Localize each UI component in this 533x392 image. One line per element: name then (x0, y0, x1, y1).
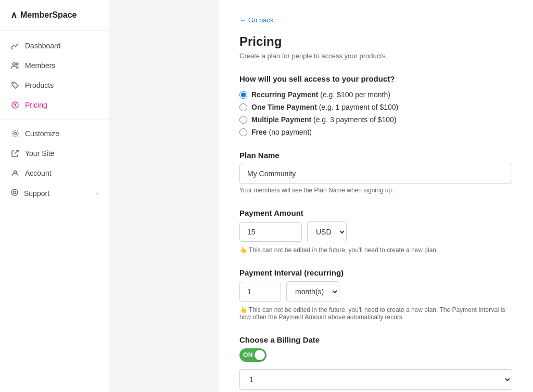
radio-multiple[interactable]: Multiple Payment (e.g. 3 payments of $10… (239, 115, 512, 124)
sidebar-item-products-label: Products (25, 81, 54, 89)
svg-point-3 (13, 83, 14, 84)
sidebar-nav: Dashboard Members Products (0, 31, 109, 208)
payment-amount-row: USD EUR GBP CAD AUD (239, 221, 512, 242)
svg-line-6 (15, 150, 18, 154)
radio-recurring[interactable]: Recurring Payment (e.g. $100 per month) (239, 90, 512, 99)
radio-free[interactable]: Free (no payment) (239, 128, 512, 136)
svg-rect-0 (11, 48, 12, 49)
plan-name-input[interactable] (239, 164, 512, 184)
sidebar-item-account-label: Account (25, 169, 52, 177)
sidebar-item-your-site[interactable]: Your Site (0, 143, 109, 163)
pricing-icon (10, 100, 20, 110)
sidebar-item-support[interactable]: Support › (0, 183, 109, 203)
support-icon (10, 188, 19, 198)
chart-icon (10, 41, 20, 50)
radio-one-time-label: One Time Payment (e.g. 1 payment of $100… (251, 103, 398, 111)
toggle-on-label: ON (243, 351, 253, 359)
payment-interval-input[interactable] (239, 282, 281, 302)
gear-icon (10, 129, 20, 138)
payment-amount-section: Payment Amount USD EUR GBP CAD AUD 👆 Thi… (239, 208, 512, 254)
logo-text: MemberSpace (20, 10, 77, 20)
plan-name-section: Plan Name Your members will see the Plan… (239, 151, 512, 194)
payment-amount-warning: 👆 This can not be edited in the future, … (239, 246, 512, 254)
payment-interval-label: Payment Interval (recurring) (239, 268, 512, 277)
plan-name-label: Plan Name (239, 151, 512, 160)
chevron-right-icon: › (96, 190, 98, 197)
sidebar-divider-1 (0, 119, 109, 120)
sidebar-item-products[interactable]: Products (0, 75, 109, 95)
left-filler (109, 0, 219, 392)
logo-icon: ∧ (10, 9, 17, 21)
sidebar-item-customize[interactable]: Customize (0, 124, 109, 143)
svg-point-1 (13, 63, 16, 66)
sidebar-item-pricing-label: Pricing (25, 101, 47, 109)
sidebar-item-account[interactable]: Account (0, 163, 109, 183)
content-panel: ← Go back Pricing Create a plan for peop… (219, 0, 533, 392)
billing-date-label: Choose a Billing Date (239, 335, 512, 344)
person-icon (10, 168, 20, 178)
svg-point-5 (14, 133, 17, 135)
radio-multiple-label: Multiple Payment (e.g. 3 payments of $10… (251, 115, 397, 124)
payment-amount-input[interactable] (239, 222, 302, 242)
radio-one-time-input[interactable] (239, 103, 247, 111)
svg-point-9 (14, 191, 16, 194)
payment-type-radio-group: Recurring Payment (e.g. $100 per month) … (239, 90, 512, 136)
sell-access-heading: How will you sell access to your product… (239, 74, 512, 83)
svg-point-8 (11, 189, 18, 195)
tag-icon (10, 81, 20, 90)
go-back-text: Go back (248, 16, 273, 24)
app-logo: ∧ MemberSpace (0, 0, 109, 31)
sidebar-item-dashboard[interactable]: Dashboard (0, 36, 109, 56)
people-icon (10, 61, 20, 70)
sidebar-item-members-label: Members (25, 61, 55, 70)
billing-date-section: Choose a Billing Date ON 1 2 3 4 5 6 7 8… (239, 335, 512, 392)
sidebar-item-customize-label: Customize (25, 129, 59, 138)
external-icon (10, 149, 20, 158)
payment-interval-warning: 👆 This can not be edited in the future, … (239, 306, 512, 321)
radio-recurring-label: Recurring Payment (e.g. $100 per month) (251, 90, 390, 99)
plan-name-hint: Your members will see the Plan Name when… (239, 187, 512, 194)
sidebar: ∧ MemberSpace Dashboard Members (0, 0, 109, 392)
sidebar-item-dashboard-label: Dashboard (25, 42, 61, 50)
radio-free-label: Free (no payment) (251, 128, 312, 136)
sidebar-item-your-site-label: Your Site (25, 149, 54, 158)
currency-select[interactable]: USD EUR GBP CAD AUD (307, 221, 347, 242)
go-back-link[interactable]: ← Go back (239, 16, 273, 24)
page-subtitle: Create a plan for people to access your … (239, 52, 512, 60)
payment-amount-label: Payment Amount (239, 208, 512, 217)
sell-access-section: How will you sell access to your product… (239, 74, 512, 136)
toggle-thumb (255, 350, 265, 360)
interval-select[interactable]: month(s) year(s) week(s) (286, 281, 339, 302)
go-back-arrow: ← (239, 16, 246, 24)
svg-point-4 (12, 102, 18, 108)
main-content: ← Go back Pricing Create a plan for peop… (219, 0, 533, 392)
sidebar-item-members[interactable]: Members (0, 56, 109, 75)
radio-free-input[interactable] (239, 128, 247, 136)
page-title: Pricing (239, 34, 512, 49)
billing-date-select[interactable]: 1 2 3 4 5 6 7 8 9 10 15 20 25 28 (239, 369, 512, 390)
radio-one-time[interactable]: One Time Payment (e.g. 1 payment of $100… (239, 103, 512, 111)
payment-interval-row: month(s) year(s) week(s) (239, 281, 512, 302)
billing-date-toggle-container: ON (239, 348, 512, 362)
sidebar-item-pricing[interactable]: Pricing (0, 95, 109, 115)
svg-point-2 (16, 63, 18, 65)
billing-date-toggle[interactable]: ON (239, 348, 266, 362)
payment-interval-section: Payment Interval (recurring) month(s) ye… (239, 268, 512, 321)
radio-recurring-input[interactable] (239, 91, 247, 99)
radio-multiple-input[interactable] (239, 116, 247, 124)
sidebar-item-support-label: Support (24, 189, 49, 198)
